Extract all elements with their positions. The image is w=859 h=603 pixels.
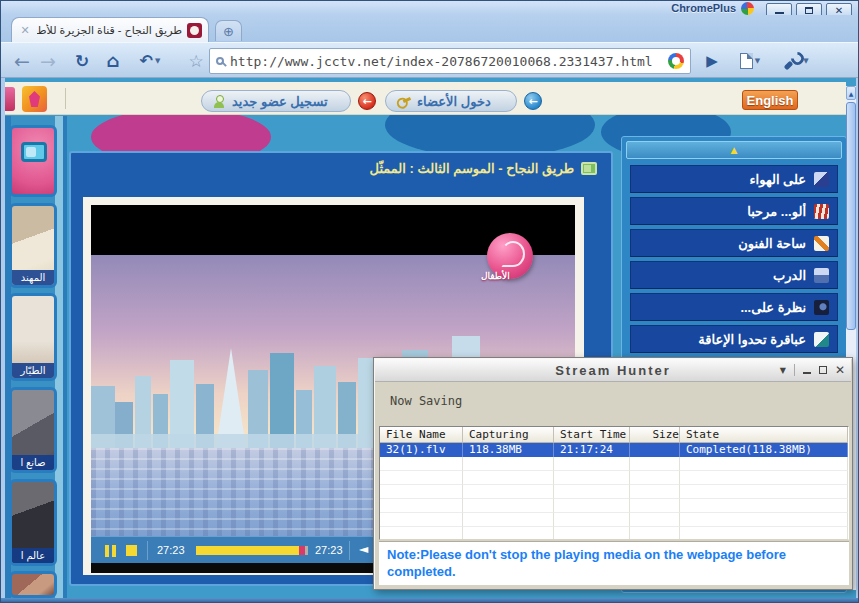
site-logo-icon[interactable]	[22, 86, 47, 112]
chromeplus-brand: ChromePlus	[671, 2, 736, 14]
dialog-controls: ▼ ✕	[780, 363, 845, 377]
page-action-icon[interactable]	[668, 53, 684, 69]
progress-bar[interactable]	[196, 546, 308, 555]
register-arrow-button[interactable]: ←	[358, 92, 376, 110]
tab-close-icon[interactable]: ✕	[18, 24, 32, 37]
volume-icon[interactable]: ◄	[359, 542, 368, 556]
url-text[interactable]: http://www.jcctv.net/index-2078672001006…	[230, 54, 662, 69]
rail-thumb-tv[interactable]	[9, 125, 57, 197]
sidebar-item-hello[interactable]: ألو... مرحبا	[630, 197, 838, 225]
tools-menu-button[interactable]: ▼	[777, 47, 815, 74]
address-bar[interactable]: http://www.jcctv.net/index-2078672001006…	[209, 48, 691, 74]
progress-buffer	[299, 546, 305, 555]
bookmark-star-button[interactable]: ☆	[183, 47, 209, 74]
person-icon	[212, 95, 226, 108]
dialog-title: Stream Hunter	[555, 363, 671, 378]
login-button[interactable]: دخول الأعضاء	[385, 90, 517, 112]
rail-thumb-engineer[interactable]: المهند	[9, 203, 57, 288]
controls-divider	[349, 541, 350, 560]
browser-tab[interactable]: ✕ طريق النجاح - قناة الجزيرة للأطفال - .…	[11, 17, 209, 42]
site-logo-small[interactable]	[5, 87, 15, 111]
login-arrow-button[interactable]: ←	[524, 92, 542, 110]
forward-button[interactable]: →	[35, 47, 61, 74]
search-icon	[216, 57, 224, 65]
phone-icon	[814, 204, 829, 219]
col-start-time[interactable]: Start Time	[554, 427, 630, 443]
table-header-row: File Name Capturing Start Time Size Stat…	[380, 427, 848, 443]
sidebar-collapse-button[interactable]: ▲	[626, 141, 842, 159]
back-button[interactable]: ←	[9, 47, 35, 74]
sidebar-item-on-air[interactable]: على الهواء	[630, 165, 838, 193]
undo-history-button[interactable]: ↶▼	[131, 47, 169, 74]
dialog-maximize-button[interactable]	[819, 366, 827, 374]
sidebar-item-glance[interactable]: نظرة على...	[630, 293, 838, 321]
table-row-empty	[380, 471, 848, 485]
sidebar-item-label: على الهواء	[749, 172, 806, 187]
thumb-label: الطيّار	[12, 363, 54, 378]
sidebar-item-arts[interactable]: ساحة الفنون	[630, 229, 838, 257]
controls-separator	[794, 364, 795, 376]
sidebar-item-path[interactable]: الدرب	[630, 261, 838, 289]
page-icon	[740, 53, 753, 69]
dropdown-icon[interactable]: ▼	[780, 366, 786, 375]
register-button[interactable]: تسجيل عضو جديد	[201, 90, 351, 112]
sidebar-item-label: الدرب	[773, 268, 806, 283]
maximize-icon	[805, 7, 813, 14]
chromeplus-logo-icon	[741, 2, 754, 15]
thumb-label: صانع ا	[12, 455, 54, 470]
rail-thumb-pilot[interactable]: الطيّار	[9, 293, 57, 381]
rail-thumb-scientist[interactable]: عالم ا	[9, 479, 57, 566]
scrollbar-thumb[interactable]	[846, 102, 856, 330]
sidebar-item-genius[interactable]: عباقرة تحدوا الإعاقة	[630, 325, 838, 353]
progress-fill	[196, 546, 299, 555]
new-tab-button[interactable]: ⊕	[215, 20, 242, 41]
cell-state: Completed(118.38MB)	[680, 443, 848, 457]
now-saving-label: Now Saving	[390, 394, 462, 408]
cell-size	[630, 443, 680, 457]
register-label: تسجيل عضو جديد	[232, 94, 328, 109]
dialog-titlebar[interactable]: Stream Hunter ▼ ✕	[375, 359, 851, 382]
scroll-up-button[interactable]: ▲	[846, 86, 856, 100]
channel-logo-text: الأطفال	[481, 271, 510, 281]
table-row-empty	[380, 499, 848, 513]
dialog-minimize-button[interactable]	[803, 372, 811, 374]
downloads-table: File Name Capturing Start Time Size Stat…	[379, 426, 849, 540]
table-row-selected[interactable]: 32(1).flv 118.38MB 21:17:24 Completed(11…	[380, 443, 848, 457]
window-titlebar[interactable]: ChromePlus ✕	[1, 1, 858, 15]
thumb-label: المهند	[12, 270, 54, 285]
minimize-icon	[775, 12, 784, 14]
wrench-icon	[783, 52, 801, 70]
col-file-name[interactable]: File Name	[380, 427, 463, 443]
undo-icon: ↶	[140, 51, 153, 70]
dialog-close-button[interactable]: ✕	[835, 363, 845, 377]
stop-button[interactable]	[126, 545, 137, 556]
sidebar-item-label: ألو... مرحبا	[747, 204, 806, 219]
rail-thumb-maker[interactable]: صانع ا	[9, 387, 57, 473]
dialog-note: Note:Please don't stop the playing media…	[379, 541, 849, 585]
chevron-down-icon: ▼	[755, 57, 760, 65]
tv-icon	[581, 162, 597, 175]
header-separator	[65, 88, 66, 109]
video-title-bar: طريق النجاح - الموسم الثالث : الممثّل	[370, 161, 597, 176]
home-button[interactable]: ⌂	[100, 47, 126, 74]
page-menu-button[interactable]: ▼	[733, 47, 767, 74]
browser-toolbar: ← → ↻ ⌂ ↶▼ ☆ http://www.jcctv.net/index-…	[1, 42, 858, 78]
reload-button[interactable]: ↻	[69, 47, 95, 74]
col-capturing[interactable]: Capturing	[463, 427, 554, 443]
go-button[interactable]: ▶	[699, 47, 725, 74]
sidebar-menu: على الهواء ألو... مرحبا ساحة الفنون الدر…	[630, 165, 838, 357]
col-size[interactable]: Size	[630, 427, 680, 443]
english-language-button[interactable]: English	[742, 90, 798, 110]
cell-file-name: 32(1).flv	[380, 443, 463, 457]
left-thumbnail-rail: المهند الطيّار صانع ا عالم ا	[5, 116, 67, 598]
table-row-empty	[380, 457, 848, 471]
table-row-empty	[380, 485, 848, 499]
window-bottom-edge	[1, 598, 858, 603]
pause-button[interactable]	[105, 545, 116, 557]
total-time: 27:23	[315, 544, 343, 556]
path-icon	[814, 268, 829, 283]
col-state[interactable]: State	[680, 427, 848, 443]
video-title: طريق النجاح - الموسم الثالث : الممثّل	[370, 161, 574, 176]
rail-thumb-cutoff[interactable]	[9, 571, 57, 598]
site-favicon	[187, 23, 202, 38]
